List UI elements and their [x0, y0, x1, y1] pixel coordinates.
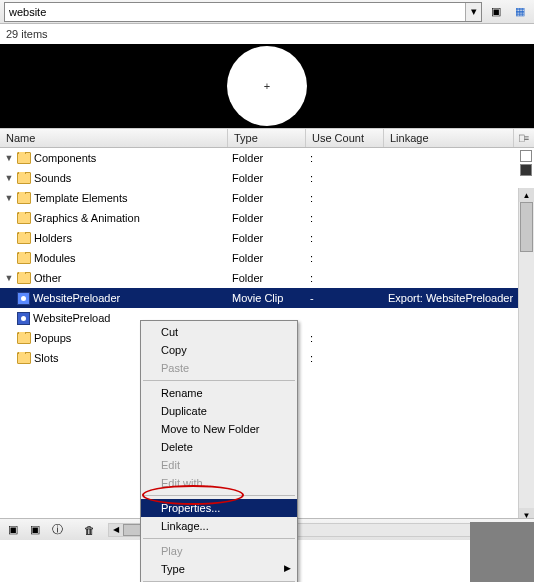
- vertical-scrollbar[interactable]: ▲ ▼: [518, 188, 534, 522]
- toolbar: ▾ ▣ ▦: [0, 0, 534, 24]
- scroll-up-button[interactable]: ▲: [519, 188, 534, 202]
- new-folder-button[interactable]: ▣: [26, 521, 44, 539]
- preview-symbol: +: [227, 46, 307, 126]
- folder-icon: [17, 192, 31, 204]
- row-use-label: :: [306, 212, 384, 224]
- row-name-label: Slots: [34, 352, 58, 364]
- submenu-arrow-icon: ▶: [284, 563, 291, 573]
- folder-icon: [17, 232, 31, 244]
- menu-item-linkage[interactable]: Linkage...: [141, 517, 297, 535]
- row-name-label: Components: [34, 152, 96, 164]
- row-use-label: :: [306, 152, 384, 164]
- menu-item-properties[interactable]: Properties...: [141, 499, 297, 517]
- menu-item-delete[interactable]: Delete: [141, 438, 297, 456]
- row-name-label: WebsitePreload: [33, 312, 110, 324]
- row-name-label: Modules: [34, 252, 76, 264]
- row-type-label: Folder: [228, 172, 306, 184]
- row-use-label: :: [306, 252, 384, 264]
- row-name-label: Other: [34, 272, 62, 284]
- row-use-label: :: [306, 232, 384, 244]
- preview-area: +: [0, 44, 534, 128]
- folder-icon: [17, 332, 31, 344]
- pin-toggle-button[interactable]: ▣: [486, 2, 506, 22]
- row-use-label: -: [306, 292, 384, 304]
- folder-plus-icon: ▣: [30, 523, 40, 536]
- row-type-label: Movie Clip: [228, 292, 306, 304]
- menu-item-paste: Paste: [141, 359, 297, 377]
- sidebar-toggle-2[interactable]: [520, 164, 532, 176]
- row-type-label: Folder: [228, 152, 306, 164]
- folder-icon: [17, 352, 31, 364]
- search-dropdown-button[interactable]: ▾: [465, 3, 481, 21]
- row-name-label: Template Elements: [34, 192, 128, 204]
- trash-icon: 🗑: [84, 524, 95, 536]
- expand-arrow-icon[interactable]: ▼: [4, 193, 14, 203]
- scroll-thumb-vertical[interactable]: [520, 202, 533, 252]
- menu-item-edit: Edit: [141, 456, 297, 474]
- row-name-label: Holders: [34, 232, 72, 244]
- row-use-label: :: [306, 172, 384, 184]
- folder-icon: [17, 152, 31, 164]
- pin-icon: ▣: [491, 5, 501, 18]
- search-input[interactable]: [5, 3, 465, 21]
- row-type-label: Folder: [228, 252, 306, 264]
- column-header-end: ⎕≡: [514, 129, 534, 147]
- library-row[interactable]: WebsitePreloaderMovie Clip-Export: Websi…: [0, 288, 534, 308]
- row-name-label: Sounds: [34, 172, 71, 184]
- library-row[interactable]: HoldersFolder:: [0, 228, 534, 248]
- chevron-down-icon: ▾: [471, 5, 477, 18]
- folder-icon: [17, 172, 31, 184]
- folder-icon: [17, 212, 31, 224]
- movieclip-icon: [17, 292, 30, 305]
- column-header-use[interactable]: Use Count: [306, 129, 384, 147]
- library-row[interactable]: ▼Template ElementsFolder:: [0, 188, 534, 208]
- crosshair-icon: +: [264, 80, 270, 92]
- library-row[interactable]: Graphics & AnimationFolder:: [0, 208, 534, 228]
- row-type-label: Folder: [228, 192, 306, 204]
- item-count-label: 29 items: [0, 24, 534, 44]
- row-type-label: Folder: [228, 212, 306, 224]
- info-icon: ⓘ: [52, 522, 63, 537]
- column-header-linkage[interactable]: Linkage: [384, 129, 514, 147]
- new-item-button[interactable]: ▣: [4, 521, 22, 539]
- properties-button[interactable]: ⓘ: [48, 521, 66, 539]
- menu-item-type[interactable]: Type▶: [141, 560, 297, 578]
- menu-item-cut[interactable]: Cut: [141, 323, 297, 341]
- menu-item-move[interactable]: Move to New Folder: [141, 420, 297, 438]
- row-use-label: :: [306, 192, 384, 204]
- page-icon: ▣: [8, 523, 18, 536]
- folder-icon: [17, 252, 31, 264]
- row-name-label: Popups: [34, 332, 71, 344]
- menu-item-rename[interactable]: Rename: [141, 384, 297, 402]
- expand-arrow-icon[interactable]: ▼: [4, 173, 14, 183]
- row-type-label: Folder: [228, 272, 306, 284]
- menu-item-play: Play: [141, 542, 297, 560]
- movieclip-icon: [17, 312, 30, 325]
- menu-item-duplicate[interactable]: Duplicate: [141, 402, 297, 420]
- column-header-type[interactable]: Type: [228, 129, 306, 147]
- side-controls: [518, 150, 534, 176]
- row-linkage-label: Export: WebsitePreloader: [384, 292, 534, 304]
- menu-item-copy[interactable]: Copy: [141, 341, 297, 359]
- menu-item-edit-with: Edit with...: [141, 474, 297, 492]
- library-row[interactable]: ▼ComponentsFolder:: [0, 148, 534, 168]
- new-icon: ▦: [515, 5, 525, 18]
- library-row[interactable]: ▼SoundsFolder:: [0, 168, 534, 188]
- obscured-region: [470, 522, 534, 582]
- library-row[interactable]: ▼OtherFolder:: [0, 268, 534, 288]
- search-field[interactable]: ▾: [4, 2, 482, 22]
- row-type-label: Folder: [228, 232, 306, 244]
- delete-button[interactable]: 🗑: [80, 521, 98, 539]
- row-use-label: :: [306, 272, 384, 284]
- expand-arrow-icon[interactable]: ▼: [4, 273, 14, 283]
- sidebar-toggle-1[interactable]: [520, 150, 532, 162]
- row-use-label: :: [306, 332, 384, 344]
- column-header-name[interactable]: Name: [0, 129, 228, 147]
- folder-icon: [17, 272, 31, 284]
- library-row[interactable]: ModulesFolder:: [0, 248, 534, 268]
- expand-arrow-icon[interactable]: ▼: [4, 153, 14, 163]
- scroll-left-button[interactable]: ◀: [109, 524, 123, 536]
- row-use-label: :: [306, 352, 384, 364]
- row-name-label: WebsitePreloader: [33, 292, 120, 304]
- new-symbol-button[interactable]: ▦: [510, 2, 530, 22]
